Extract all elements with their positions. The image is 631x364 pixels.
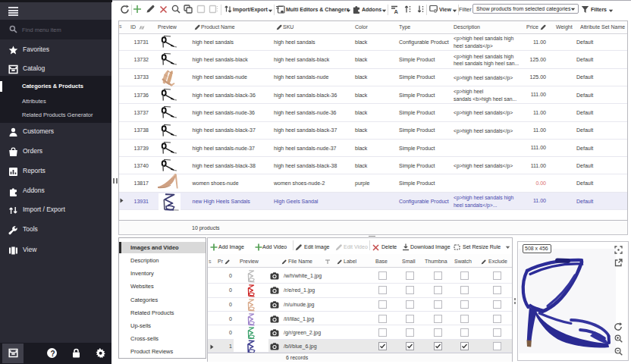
svg-text:A: A [394, 8, 399, 14]
